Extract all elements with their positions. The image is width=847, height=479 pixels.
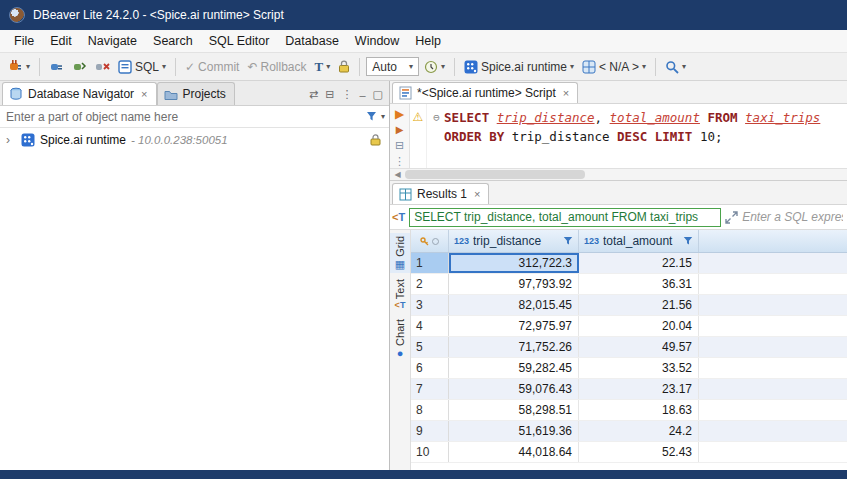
commit-button[interactable]: ✓ Commit — [182, 58, 242, 76]
grid-cell[interactable]: 82,015.45 — [449, 295, 579, 315]
object-filter-input[interactable] — [6, 110, 362, 124]
row-number[interactable]: 1 — [411, 253, 449, 273]
grid-cell[interactable]: 59,076.43 — [449, 379, 579, 399]
chevron-down-icon[interactable]: ▾ — [381, 113, 385, 121]
row-number[interactable]: 7 — [411, 379, 449, 399]
filter-icon[interactable] — [366, 111, 377, 122]
menu-help[interactable]: Help — [407, 31, 449, 51]
grid-cell[interactable]: 49.57 — [579, 337, 699, 357]
autocommit-lock-button[interactable] — [335, 58, 353, 75]
row-number[interactable]: 10 — [411, 442, 449, 462]
titlebar[interactable]: DBeaver Lite 24.2.0 - <Spice.ai runtime>… — [0, 0, 847, 30]
execute-new-tab-icon[interactable]: ▶ — [396, 125, 404, 135]
grid-cell[interactable]: 18.63 — [579, 400, 699, 420]
table-row[interactable]: 1312,722.322.15 — [411, 253, 847, 274]
table-row[interactable]: 571,752.2649.57 — [411, 337, 847, 358]
grid-corner-cell[interactable] — [411, 230, 449, 252]
row-number[interactable]: 2 — [411, 274, 449, 294]
grid-cell[interactable]: 51,619.36 — [449, 421, 579, 441]
scrollbar-thumb[interactable] — [405, 170, 585, 179]
table-row[interactable]: 297,793.9236.31 — [411, 274, 847, 295]
new-sql-editor-button[interactable]: SQL ▾ — [115, 58, 169, 76]
grid-cell[interactable]: 52.43 — [579, 442, 699, 462]
execute-script-icon[interactable]: ⊟ — [395, 140, 404, 151]
column-filter-icon[interactable] — [563, 236, 573, 246]
active-schema-selector[interactable]: < N/A > ▾ — [579, 58, 649, 76]
grid-cell[interactable]: 23.17 — [579, 379, 699, 399]
grid-cell[interactable]: 20.04 — [579, 316, 699, 336]
execute-statement-icon[interactable]: ▶ — [395, 108, 404, 120]
disconnect-button[interactable] — [92, 57, 113, 76]
grid-cell[interactable]: 24.2 — [579, 421, 699, 441]
new-connection-button[interactable]: ▾ — [5, 57, 33, 76]
expand-filter-icon[interactable] — [725, 211, 738, 224]
rollback-button[interactable]: ↶ Rollback — [244, 58, 309, 76]
table-row[interactable]: 759,076.4323.17 — [411, 379, 847, 400]
tab-results-1[interactable]: Results 1 × — [392, 183, 489, 204]
menu-database[interactable]: Database — [277, 31, 347, 51]
reconnect-button[interactable] — [69, 57, 90, 76]
table-row[interactable]: 382,015.4521.56 — [411, 295, 847, 316]
view-menu-icon[interactable]: ⋮ — [341, 88, 352, 101]
row-number[interactable]: 6 — [411, 358, 449, 378]
active-connection-selector[interactable]: Spice.ai runtime ▾ — [461, 58, 577, 76]
commit-mode-combo[interactable]: Auto ▾ — [366, 57, 419, 76]
row-number[interactable]: 8 — [411, 400, 449, 420]
connect-button[interactable] — [46, 57, 67, 76]
close-icon[interactable]: × — [474, 188, 480, 200]
menu-window[interactable]: Window — [347, 31, 407, 51]
grid-cell[interactable]: 97,793.92 — [449, 274, 579, 294]
tab-sql-script[interactable]: *<Spice.ai runtime> Script × — [392, 82, 578, 103]
editor-horizontal-scrollbar[interactable]: ◀ — [390, 168, 847, 181]
grid-cell[interactable]: 312,722.3 — [449, 253, 579, 273]
close-icon[interactable]: × — [563, 87, 569, 99]
menu-sql-editor[interactable]: SQL Editor — [201, 31, 278, 51]
transaction-log-button[interactable]: ▾ — [421, 58, 448, 76]
row-number[interactable]: 4 — [411, 316, 449, 336]
results-filter-query[interactable]: SELECT trip_distance, total_amount FROM … — [409, 208, 721, 227]
column-header-total-amount[interactable]: 123 total_amount — [579, 230, 699, 252]
transaction-mode-button[interactable]: T ▾ — [312, 57, 334, 77]
maximize-icon[interactable]: ▢ — [373, 88, 383, 101]
collapse-all-icon[interactable]: ⊟ — [325, 88, 334, 101]
grid-cell[interactable]: 33.52 — [579, 358, 699, 378]
row-number[interactable]: 9 — [411, 421, 449, 441]
tab-database-navigator[interactable]: Database Navigator × — [2, 82, 157, 105]
expand-chevron-icon[interactable]: › — [6, 133, 16, 147]
grid-cell[interactable]: 59,282.45 — [449, 358, 579, 378]
row-number[interactable]: 5 — [411, 337, 449, 357]
menu-file[interactable]: File — [6, 31, 42, 51]
menu-edit[interactable]: Edit — [42, 31, 80, 51]
scroll-left-icon[interactable]: ◀ — [390, 170, 405, 179]
grid-cell[interactable]: 58,298.51 — [449, 400, 579, 420]
results-filter-placeholder[interactable]: Enter a SQL expression to — [742, 210, 843, 224]
grid-cell[interactable]: 36.31 — [579, 274, 699, 294]
sql-code-area[interactable]: ⊖ SELECT trip_distance, total_amount FRO… — [427, 104, 847, 168]
tree-item-connection[interactable]: › Spice.ai runtime - 10.0.0.238:50051 — [0, 130, 389, 150]
link-editor-icon[interactable]: ⇄ — [309, 88, 318, 101]
table-row[interactable]: 659,282.4533.52 — [411, 358, 847, 379]
column-header-trip-distance[interactable]: 123 trip_distance — [449, 230, 579, 252]
fold-icon[interactable]: ⊖ — [429, 108, 444, 127]
grid-cell[interactable]: 21.56 — [579, 295, 699, 315]
menu-navigate[interactable]: Navigate — [80, 31, 145, 51]
search-button[interactable]: ▾ — [662, 58, 689, 76]
column-filter-icon[interactable] — [683, 236, 693, 246]
table-row[interactable]: 858,298.5118.63 — [411, 400, 847, 421]
tab-grid-presentation[interactable]: Grid ▦ — [390, 233, 410, 273]
grid-cell[interactable]: 72,975.97 — [449, 316, 579, 336]
tab-projects[interactable]: Projects — [157, 82, 235, 105]
grid-cell[interactable]: 22.15 — [579, 253, 699, 273]
minimize-icon[interactable]: ‒ — [359, 89, 365, 101]
explain-plan-icon[interactable]: ⋮ — [394, 156, 405, 167]
close-icon[interactable]: × — [141, 88, 147, 100]
row-number[interactable]: 3 — [411, 295, 449, 315]
table-row[interactable]: 472,975.9720.04 — [411, 316, 847, 337]
tab-chart-presentation[interactable]: Chart ● — [390, 316, 410, 362]
grid-cell[interactable]: 71,752.26 — [449, 337, 579, 357]
table-row[interactable]: 951,619.3624.2 — [411, 421, 847, 442]
menu-search[interactable]: Search — [145, 31, 201, 51]
tab-text-presentation[interactable]: Text <T — [390, 276, 410, 313]
grid-cell[interactable]: 44,018.64 — [449, 442, 579, 462]
table-row[interactable]: 1044,018.6452.43 — [411, 442, 847, 463]
